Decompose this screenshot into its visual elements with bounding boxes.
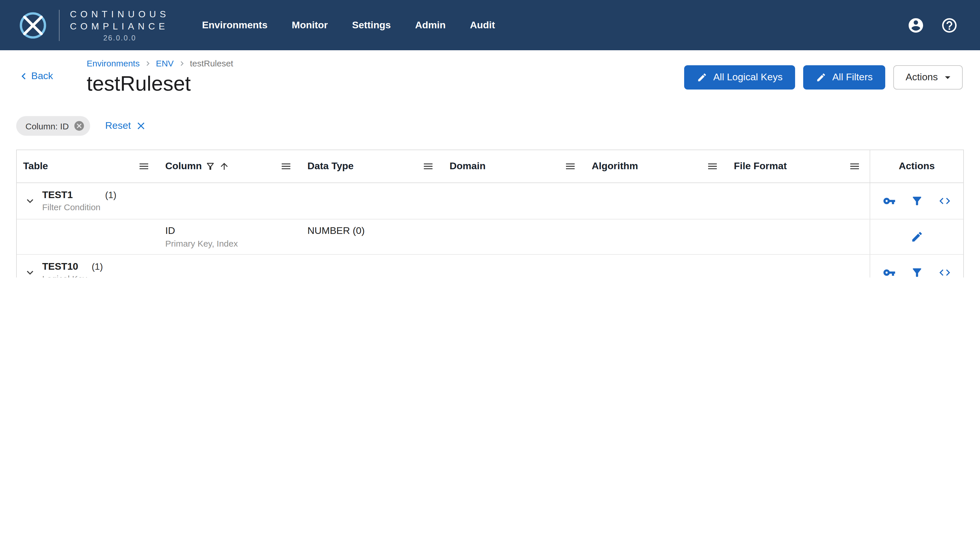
header-label: Table <box>23 160 48 172</box>
group-cell: TEST10 (1) Logical Key <box>17 255 870 278</box>
code-button[interactable] <box>938 266 951 278</box>
nav-item-audit[interactable]: Audit <box>470 19 495 31</box>
header-label: Column <box>165 160 202 172</box>
filter-bar: Column: ID Reset <box>16 116 963 136</box>
filter-chip-column-id: Column: ID <box>16 116 90 136</box>
nav-item-admin[interactable]: Admin <box>415 19 446 31</box>
table-group-row: TEST10 (1) Logical Key <box>17 255 963 278</box>
column-menu-icon[interactable] <box>849 160 860 172</box>
column-header-actions: Actions <box>870 150 963 183</box>
header-label: Algorithm <box>592 160 638 172</box>
all-filters-button[interactable]: All Filters <box>803 65 885 90</box>
logical-key-button[interactable] <box>883 195 895 207</box>
column-header-table: Table <box>17 150 159 183</box>
brand[interactable]: CONTINUOUS COMPLIANCE 26.0.0.0 <box>0 8 170 42</box>
code-icon[interactable] <box>938 195 951 207</box>
all-filters-label: All Filters <box>832 72 873 83</box>
pencil-icon[interactable] <box>910 231 923 243</box>
pencil-icon <box>816 72 827 83</box>
chevron-right-icon <box>143 59 152 68</box>
breadcrumb: Environments ENV testRuleset <box>87 58 684 68</box>
delphix-logo-icon <box>17 10 48 41</box>
table-subtitle: Filter Condition <box>42 202 101 213</box>
actions-dropdown-button[interactable]: Actions <box>893 65 963 90</box>
key-icon[interactable] <box>883 195 895 207</box>
caret-down-icon <box>941 71 954 84</box>
ruleset-table: Table Column Data Type Domain Algo <box>16 149 964 278</box>
filter-button[interactable] <box>910 195 923 207</box>
actions-label: Actions <box>906 72 938 83</box>
filter-icon[interactable] <box>910 266 923 278</box>
column-menu-icon[interactable] <box>564 160 576 172</box>
filter-active-icon[interactable] <box>206 161 216 172</box>
column-menu-icon[interactable] <box>280 160 292 172</box>
back-link[interactable]: Back <box>17 70 53 83</box>
column-header-algorithm: Algorithm <box>585 150 728 183</box>
breadcrumb-current: testRuleset <box>190 58 233 68</box>
table-count: (1) <box>105 190 116 201</box>
column-header-domain: Domain <box>443 150 585 183</box>
filter-chip-label: Column: ID <box>26 121 69 131</box>
account-button[interactable] <box>907 16 925 34</box>
app-window: CONTINUOUS COMPLIANCE 26.0.0.0 Environme… <box>0 0 980 278</box>
breadcrumb-environments[interactable]: Environments <box>87 58 140 68</box>
breadcrumb-env[interactable]: ENV <box>156 58 174 68</box>
help-button[interactable] <box>941 16 958 34</box>
version-label: 26.0.0.0 <box>70 34 170 42</box>
column-menu-icon[interactable] <box>423 160 434 172</box>
column-header-file-format: File Format <box>728 150 870 183</box>
filter-button[interactable] <box>910 266 923 278</box>
header-actions: All Logical Keys All Filters Actions <box>684 65 963 90</box>
key-icon[interactable] <box>883 266 895 278</box>
row-actions <box>870 220 963 254</box>
all-logical-keys-label: All Logical Keys <box>713 72 783 83</box>
group-cell: TEST1 (1) Filter Condition <box>17 183 870 219</box>
nav-item-environments[interactable]: Environments <box>202 19 268 31</box>
reset-filters-link[interactable]: Reset <box>105 120 147 132</box>
logical-key-button[interactable] <box>883 266 895 278</box>
pencil-icon <box>697 72 708 83</box>
brand-line1: CONTINUOUS <box>70 8 170 20</box>
header-label: File Format <box>734 160 787 172</box>
expand-row-icon[interactable] <box>24 195 36 207</box>
data-type-value: NUMBER (0) <box>301 225 443 237</box>
table-count: (1) <box>92 261 103 272</box>
code-button[interactable] <box>938 195 951 207</box>
remove-filter-icon[interactable] <box>73 120 85 132</box>
account-icon[interactable] <box>907 16 925 34</box>
top-navbar: CONTINUOUS COMPLIANCE 26.0.0.0 Environme… <box>0 0 980 50</box>
help-icon[interactable] <box>941 16 958 34</box>
column-name: ID <box>165 225 301 237</box>
header-label: Data Type <box>307 160 353 172</box>
code-icon[interactable] <box>938 266 951 278</box>
column-menu-icon[interactable] <box>707 160 718 172</box>
page-title: testRuleset <box>87 71 684 96</box>
nav-item-monitor[interactable]: Monitor <box>292 19 328 31</box>
sort-ascending-icon[interactable] <box>219 161 230 172</box>
table-subtitle: Logical Key <box>42 273 87 278</box>
chevron-left-icon[interactable] <box>17 70 30 83</box>
group-actions <box>870 183 963 219</box>
close-icon[interactable] <box>135 120 147 132</box>
nav-item-settings[interactable]: Settings <box>352 19 391 31</box>
filter-icon[interactable] <box>910 195 923 207</box>
table-name: TEST1 <box>42 189 101 202</box>
brand-divider <box>59 10 59 41</box>
back-label: Back <box>31 71 53 82</box>
header-label: Domain <box>450 160 486 172</box>
table-name: TEST10 <box>42 260 87 273</box>
brand-line2: COMPLIANCE <box>70 20 170 32</box>
table-column-row: ID Primary Key, Index NUMBER (0) <box>17 220 963 255</box>
header-label: Actions <box>899 160 935 172</box>
navbar-right <box>907 16 980 34</box>
chevron-right-icon <box>177 59 186 68</box>
reset-label: Reset <box>105 120 131 132</box>
table-header-row: Table Column Data Type Domain Algo <box>17 150 963 183</box>
group-actions <box>870 255 963 278</box>
column-menu-icon[interactable] <box>138 160 149 172</box>
edit-column-button[interactable] <box>910 231 923 243</box>
expand-row-icon[interactable] <box>24 266 36 278</box>
page-header: Back Environments ENV testRuleset testRu… <box>0 50 980 101</box>
main-nav: Environments Monitor Settings Admin Audi… <box>202 19 495 31</box>
all-logical-keys-button[interactable]: All Logical Keys <box>684 65 795 90</box>
